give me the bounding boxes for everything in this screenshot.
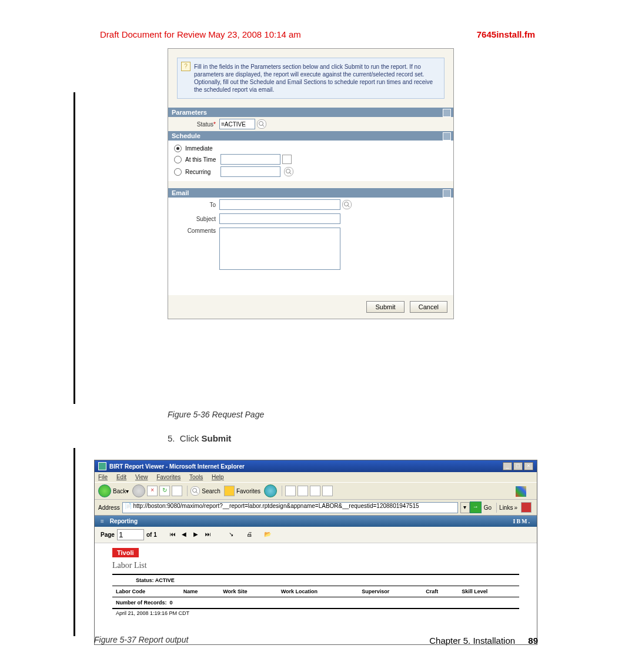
pager-bar: Page of 1 ⏮ ◀ ▶ ⏭ ↘ 🖨 📂	[95, 527, 537, 543]
menu-bar: File Edit View Favorites Tools Help	[95, 472, 537, 482]
menu-help[interactable]: Help	[212, 474, 224, 480]
goto-icon[interactable]: ↘	[229, 531, 238, 539]
menu-edit[interactable]: Edit	[116, 474, 126, 480]
print-icon[interactable]	[298, 486, 308, 496]
immediate-radio[interactable]	[174, 145, 182, 152]
address-label: Address	[98, 504, 120, 511]
stop-icon[interactable]: ×	[147, 486, 158, 496]
page-input[interactable]	[117, 529, 144, 540]
forward-button[interactable]	[132, 484, 145, 497]
menu-file[interactable]: File	[98, 474, 108, 480]
edit-icon[interactable]	[310, 486, 320, 496]
draft-notice: Draft Document for Review May 23, 2008 1…	[100, 29, 301, 39]
ibm-logo: IBM.	[513, 518, 532, 524]
app-banner: ≡Reporting IBM.	[95, 516, 537, 527]
report-body: Tivoli Labor List Status: ACTIVE Labor C…	[95, 543, 537, 644]
recurring-input[interactable]	[220, 166, 280, 177]
first-page-icon[interactable]: ⏮	[170, 531, 179, 539]
title-bar: BIRT Report Viewer - Microsoft Internet …	[95, 460, 537, 472]
report-table: Labor Code Name Work Site Work Location …	[112, 587, 519, 596]
go-label: Go	[484, 504, 492, 511]
change-bar	[73, 92, 75, 404]
request-dialog: ? Fill in the fields in the Parameters s…	[168, 48, 454, 319]
to-input[interactable]	[219, 199, 340, 210]
favorites-button[interactable]: Favorites	[224, 486, 260, 496]
tivoli-badge: Tivoli	[112, 548, 139, 557]
refresh-icon[interactable]: ↻	[159, 486, 170, 496]
menu-view[interactable]: View	[135, 474, 148, 480]
close-button[interactable]: ×	[524, 462, 533, 470]
last-page-icon[interactable]: ⏭	[205, 531, 215, 539]
export-icon[interactable]: 📂	[264, 531, 273, 539]
timestamp: April 21, 2008 1:19:16 PM CDT	[112, 610, 519, 616]
at-this-time-label: At this Time	[185, 156, 220, 163]
toolbar: Back ▾ × ↻ Search Favorites	[95, 482, 537, 500]
step-5: 5. Click Submit	[168, 433, 231, 443]
section-minimize-icon[interactable]	[443, 189, 451, 198]
at-this-time-radio[interactable]	[174, 156, 182, 163]
change-bar-2	[73, 448, 75, 636]
status-lookup-icon[interactable]	[257, 119, 266, 129]
col-labor-code: Labor Code	[112, 587, 180, 596]
mail-icon[interactable]	[285, 486, 296, 496]
recurring-label: Recurring	[185, 169, 220, 175]
status-label: Status*	[172, 121, 219, 128]
status-line: Status: ACTIVE	[112, 576, 519, 584]
menu-tools[interactable]: Tools	[189, 474, 203, 480]
email-header: Email	[168, 188, 453, 198]
schedule-header: Schedule	[168, 131, 453, 141]
parameters-header: Parameters	[168, 108, 453, 117]
status-input[interactable]	[219, 119, 255, 129]
section-minimize-icon[interactable]	[443, 109, 451, 117]
banner-title: Reporting	[110, 518, 138, 524]
print-report-icon[interactable]: 🖨	[246, 531, 256, 539]
ie-icon	[98, 462, 106, 470]
menu-favorites[interactable]: Favorites	[156, 474, 181, 480]
snagit-icon[interactable]	[521, 502, 532, 513]
home-icon[interactable]	[172, 486, 182, 496]
immediate-label: Immediate	[185, 145, 220, 152]
report-title: Labor List	[112, 561, 519, 570]
section-minimize-icon[interactable]	[443, 132, 451, 141]
next-page-icon[interactable]: ▶	[193, 531, 203, 539]
minimize-button[interactable]: _	[503, 462, 512, 470]
calendar-icon[interactable]	[282, 155, 292, 164]
window-title: BIRT Report Viewer - Microsoft Internet …	[109, 463, 502, 470]
address-input[interactable]: 📄 http://boston:9080/maximo/report?__rep…	[122, 502, 458, 513]
search-button[interactable]: Search	[190, 486, 220, 496]
recurring-lookup-icon[interactable]	[284, 167, 293, 176]
figure-caption-36: Figure 5-36 Request Page	[168, 410, 264, 419]
tip-text: Fill in the fields in the Parameters sec…	[194, 63, 433, 93]
page-total: 1	[153, 531, 157, 538]
page-label: Page	[101, 531, 115, 538]
subject-input[interactable]	[219, 213, 340, 224]
tip-box: ? Fill in the fields in the Parameters s…	[177, 58, 444, 99]
back-button[interactable]: Back ▾	[98, 484, 129, 497]
go-button[interactable]: →	[470, 502, 482, 513]
col-work-location: Work Location	[278, 587, 358, 596]
address-bar: Address 📄 http://boston:9080/maximo/repo…	[95, 500, 537, 516]
figure-caption-37: Figure 5-37 Report output	[94, 635, 188, 644]
col-skill-level: Skill Level	[458, 587, 519, 596]
filename: 7645install.fm	[477, 29, 535, 39]
page-footer: Chapter 5. Installation 89	[429, 636, 538, 646]
email-label: Email	[172, 189, 189, 196]
page-number: 89	[528, 636, 538, 646]
browser-window: BIRT Report Viewer - Microsoft Internet …	[94, 460, 537, 645]
maximize-button[interactable]: □	[513, 462, 523, 470]
windows-logo-icon	[516, 486, 526, 497]
at-this-time-input[interactable]	[220, 154, 280, 165]
to-lookup-icon[interactable]	[342, 200, 352, 209]
history-icon[interactable]	[264, 484, 277, 497]
links-label[interactable]: Links	[499, 504, 513, 511]
schedule-label: Schedule	[172, 132, 200, 139]
recurring-radio[interactable]	[174, 168, 182, 176]
submit-button[interactable]: Submit	[366, 301, 404, 313]
discuss-icon[interactable]	[322, 486, 333, 496]
col-name: Name	[180, 587, 220, 596]
cancel-button[interactable]: Cancel	[410, 301, 447, 313]
of-label: of	[146, 531, 152, 538]
prev-page-icon[interactable]: ◀	[182, 531, 191, 539]
comments-input[interactable]	[219, 228, 340, 270]
to-label: To	[172, 202, 219, 208]
